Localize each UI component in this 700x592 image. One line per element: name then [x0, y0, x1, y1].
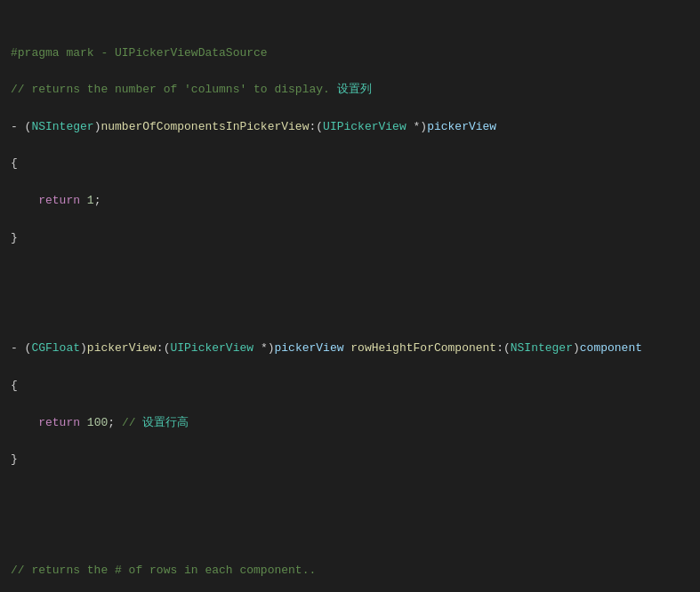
code-line: } — [0, 229, 700, 248]
code-line: return 100; // 设置行高 — [0, 414, 700, 433]
code-line: #pragma mark - UIPickerViewDataSource — [0, 44, 700, 63]
code-line: // returns the # of rows in each compone… — [0, 562, 700, 580]
code-line: { — [0, 377, 700, 396]
code-editor: #pragma mark - UIPickerViewDataSource //… — [0, 0, 700, 592]
code-line — [0, 266, 700, 284]
code-line: - (NSInteger)numberOfComponentsInPickerV… — [0, 118, 700, 137]
code-line: // returns the number of 'columns' to di… — [0, 81, 700, 100]
code-line — [0, 524, 700, 543]
code-line: { — [0, 155, 700, 173]
code-line — [0, 488, 700, 507]
code-line: return 1; — [0, 192, 700, 211]
code-line: - (CGFloat)pickerView:(UIPickerView *)pi… — [0, 340, 700, 358]
code-line: } — [0, 451, 700, 469]
code-line — [0, 303, 700, 322]
